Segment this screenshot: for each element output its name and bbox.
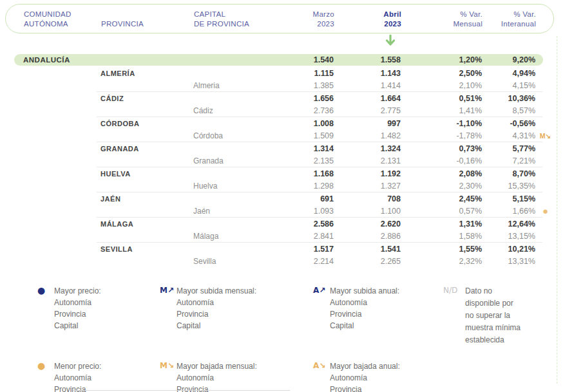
province-marzo: 1.008 <box>283 119 334 128</box>
col-abril-2023: Abril 2023 <box>334 10 401 29</box>
province-var-mensual: 0,51% <box>401 94 482 103</box>
province-var-interanual: 12,64% <box>482 219 535 229</box>
province-abril: 1.192 <box>334 169 401 178</box>
april-arrow-icon <box>385 34 396 49</box>
province-var-mensual: 2,08% <box>401 169 482 178</box>
province-group-granada: GRANADA 1.314 1.324 0,73% 5,77% Granada … <box>14 142 555 167</box>
capital-var-interanual: 1,66% <box>482 207 535 216</box>
province-marzo: 1.517 <box>283 245 334 254</box>
region-row: ANDALUCÍA 1.540 1.558 1,20% 9,20% <box>14 54 543 66</box>
capital-name: Málaga <box>192 232 283 241</box>
rent-price-table-page: COMUNIDAD AUTÓNOMA PROVINCIA CAPITAL DE … <box>0 0 565 392</box>
capital-abril: 2.131 <box>334 156 401 165</box>
capital-var-mensual: -0,16% <box>401 156 482 165</box>
col-capital-de-provincia: CAPITAL DE PROVINCIA <box>193 10 284 29</box>
province-var-interanual: 5,15% <box>482 194 535 203</box>
max-price-dot-icon: ● <box>37 285 54 296</box>
province-name: JAÉN <box>97 195 192 203</box>
legend-item-mayor-bajada-mensual: M↘ Mayor bajada mensual: Autonomía Provi… <box>160 360 313 392</box>
province-var-mensual: 1,55% <box>401 245 482 254</box>
col-marzo-2023: Marzo 2023 <box>284 10 334 29</box>
province-var-mensual: -1,10% <box>401 119 482 128</box>
capital-marzo: 1.093 <box>283 207 334 216</box>
province-abril: 1.541 <box>334 245 401 254</box>
province-marzo: 1.656 <box>283 94 334 103</box>
col-provincia: PROVINCIA <box>97 10 193 29</box>
legend: ● Mayor precio: Autonomía Provincia Capi… <box>37 285 521 392</box>
max-monthly-drop-icon: M↘ <box>160 360 177 371</box>
table-body: ALMERÍA 1.115 1.143 2,50% 4,94% Almeria … <box>14 67 555 267</box>
capital-abril: 1.327 <box>334 182 401 191</box>
province-name: HUELVA <box>97 170 192 178</box>
col-var-mensual: % Var. Mensual <box>401 10 483 29</box>
bottom-cropped-divider <box>73 390 290 391</box>
legend-item-nd-note: N/D Dato no disponible por no superar la… <box>443 285 521 346</box>
province-name: GRANADA <box>97 145 192 153</box>
province-var-interanual: 10,21% <box>482 245 535 254</box>
province-marzo: 1.168 <box>283 169 334 178</box>
province-name: SEVILLA <box>97 245 192 253</box>
province-group-malaga: MÁLAGA 2.586 2.620 1,31% 12,64% Málaga 2… <box>14 217 555 242</box>
province-marzo: 1.314 <box>283 144 334 153</box>
province-name: MÁLAGA <box>97 220 192 228</box>
province-var-interanual: 4,94% <box>482 69 535 78</box>
capital-name: Jaén <box>192 207 283 216</box>
nd-label: N/D <box>443 285 465 296</box>
legend-title: Mayor subida anual: <box>330 285 399 297</box>
capital-abril: 1.100 <box>334 207 401 216</box>
province-name: ALMERÍA <box>97 70 192 77</box>
col-var-interanual: % Var. Interanual <box>483 10 536 29</box>
province-abril: 997 <box>334 119 401 128</box>
capital-marzo: 2.736 <box>283 106 334 115</box>
region-abril: 1.558 <box>334 55 401 64</box>
capital-abril: 2.886 <box>334 232 401 241</box>
province-group-sevilla: SEVILLA 1.517 1.541 1,55% 10,21% Sevilla… <box>14 242 555 267</box>
province-name: CÁDIZ <box>97 95 192 102</box>
capital-name: Granada <box>192 156 283 165</box>
capital-marzo: 1.509 <box>283 131 334 140</box>
province-marzo: 691 <box>283 194 334 203</box>
legend-title: Mayor subida mensual: <box>177 285 256 297</box>
capital-name: Sevilla <box>192 257 283 266</box>
capital-name: Córdoba <box>192 131 283 140</box>
capital-marzo: 1.298 <box>283 182 334 191</box>
max-monthly-drop-icon: M↘ <box>535 132 555 140</box>
capital-abril: 1.482 <box>334 131 401 140</box>
legend-item-mayor-precio: ● Mayor precio: Autonomía Provincia Capi… <box>37 285 160 346</box>
province-abril: 1.664 <box>334 94 401 103</box>
capital-var-interanual: 15,35% <box>482 182 535 191</box>
legend-item-menor-precio: ● Menor precio: Autonomía Provincia Capi… <box>37 360 160 392</box>
min-price-dot-icon: ● <box>535 206 555 216</box>
capital-var-interanual: 4,15% <box>482 81 535 90</box>
region-var-mensual: 1,20% <box>401 55 482 64</box>
capital-var-mensual: -1,78% <box>401 131 482 140</box>
capital-abril: 2.775 <box>334 106 401 115</box>
province-abril: 1.324 <box>334 144 401 153</box>
legend-item-mayor-bajada-anual: A↘ Mayor bajada anual: Autonomía Provinc… <box>313 360 443 392</box>
province-group-huelva: HUELVA 1.168 1.192 2,08% 8,70% Huelva 1.… <box>14 167 555 192</box>
province-var-interanual: 5,77% <box>482 144 535 153</box>
province-group-almeria: ALMERÍA 1.115 1.143 2,50% 4,94% Almeria … <box>14 67 555 91</box>
capital-var-interanual: 13,31% <box>482 257 535 266</box>
capital-var-interanual: 4,31% <box>482 131 535 140</box>
province-var-mensual: 0,73% <box>401 144 482 153</box>
capital-var-mensual: 2,30% <box>401 182 482 191</box>
province-var-mensual: 1,31% <box>401 219 482 229</box>
legend-title: Menor precio: <box>54 360 101 372</box>
capital-marzo: 2.214 <box>283 257 334 266</box>
table-header: COMUNIDAD AUTÓNOMA PROVINCIA CAPITAL DE … <box>5 4 554 33</box>
province-var-mensual: 2,50% <box>401 69 482 78</box>
region-name: ANDALUCÍA <box>14 56 97 64</box>
right-dashed-line <box>557 36 557 384</box>
max-monthly-rise-icon: M↗ <box>160 285 177 296</box>
legend-title: Mayor bajada anual: <box>330 360 400 372</box>
min-price-dot-icon: ● <box>37 360 54 371</box>
col-comunidad-autonoma: COMUNIDAD AUTÓNOMA <box>15 10 97 29</box>
capital-var-mensual: 1,58% <box>401 232 482 241</box>
legend-title: Mayor bajada mensual: <box>177 360 257 372</box>
capital-abril: 1.414 <box>334 81 401 90</box>
capital-var-mensual: 1,41% <box>401 106 482 115</box>
capital-abril: 2.265 <box>334 257 401 266</box>
legend-item-mayor-subida-mensual: M↗ Mayor subida mensual: Autonomía Provi… <box>160 285 313 346</box>
capital-var-interanual: 7,21% <box>482 156 535 165</box>
